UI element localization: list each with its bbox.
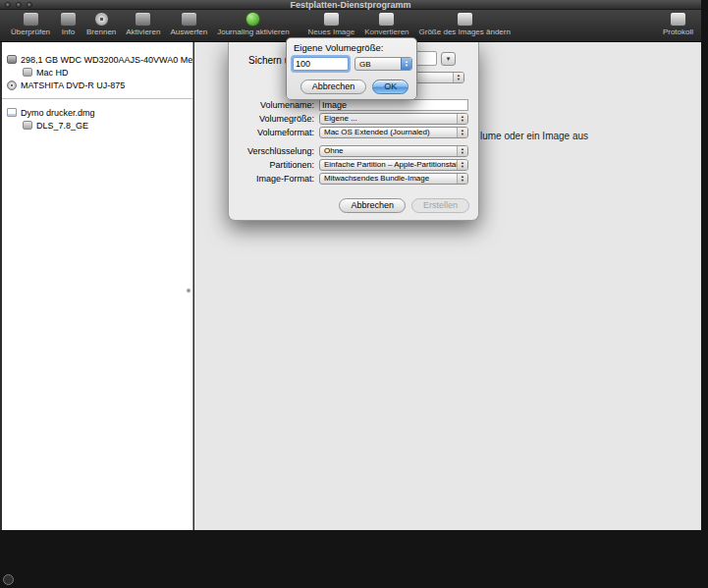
selection-hint-text: lume oder ein Image aus	[480, 131, 588, 141]
sidebar-item-optical-drive[interactable]: MATSHITA DVD-R UJ-875	[2, 79, 192, 91]
size-dialog-title: Eigene Volumegröße:	[294, 42, 383, 53]
convert-icon	[378, 12, 395, 27]
disk-icon	[7, 55, 17, 64]
toolbar-journaling-button[interactable]: Journaling aktivieren	[217, 12, 289, 36]
image-format-popup[interactable]: Mitwachsendes Bundle-Image ▴▾	[319, 173, 468, 185]
toolbar-resize-image-button[interactable]: Größe des Images ändern	[419, 12, 511, 36]
create-button[interactable]: Erstellen	[411, 198, 469, 213]
toolbar-info-button[interactable]: Info	[60, 12, 77, 36]
window-title: Festplatten-Dienstprogramm	[0, 0, 701, 10]
eject-icon	[181, 12, 197, 27]
volume-name-label: Volumename:	[237, 100, 319, 110]
disclosure-triangle-button[interactable]: ▾	[441, 52, 456, 66]
size-unit-popup[interactable]: GB ▴▾	[354, 57, 412, 71]
image-options-form: Volumename: Volumegröße: Eigene ... ▴▾ V…	[237, 98, 472, 186]
volume-size-label: Volumegröße:	[237, 114, 319, 124]
popup-arrows-icon: ▴▾	[457, 174, 467, 184]
sidebar-item-dls-volume[interactable]: DLS_7.8_GE	[2, 119, 192, 132]
volume-icon	[23, 68, 32, 77]
resize-image-icon	[457, 12, 473, 27]
toolbar-convert-button[interactable]: Konvertieren	[364, 12, 408, 36]
custom-size-input[interactable]	[293, 57, 349, 71]
toolbar-new-image-button[interactable]: Neues Image	[308, 12, 355, 36]
sidebar-divider	[2, 98, 192, 99]
corner-circle-icon	[3, 574, 14, 585]
sheet-cancel-button[interactable]: Abbrechen	[339, 198, 406, 213]
partitions-popup[interactable]: Einfache Partition – Apple-Partitionstab…	[319, 159, 468, 171]
popup-arrows-icon: ▴▾	[457, 114, 467, 124]
encryption-label: Verschlüsselung:	[237, 146, 319, 156]
popup-arrows-icon: ▴▾	[457, 146, 467, 156]
log-icon	[670, 12, 686, 27]
burn-icon	[94, 12, 109, 27]
optical-drive-icon	[7, 80, 17, 90]
volume-format-label: Volumeformat:	[237, 128, 319, 137]
toolbar-mount-button[interactable]: Aktivieren	[126, 12, 160, 36]
encryption-popup[interactable]: Ohne ▴▾	[319, 145, 468, 157]
disk-image-icon	[7, 108, 17, 117]
partitions-label: Partitionen:	[237, 160, 319, 170]
size-ok-button[interactable]: OK	[372, 80, 408, 94]
zoom-button[interactable]	[27, 2, 32, 8]
sidebar-item-mac-hd[interactable]: Mac HD	[2, 66, 192, 79]
popup-arrows-icon: ▴▾	[457, 128, 467, 137]
splitter-thumb-icon[interactable]	[187, 289, 191, 293]
volume-icon	[23, 121, 32, 130]
sidebar-item-disk-image[interactable]: Dymo drucker.dmg	[2, 106, 192, 119]
journaling-icon	[245, 12, 260, 27]
new-image-icon	[323, 12, 340, 27]
close-button[interactable]	[5, 2, 11, 8]
volume-format-popup[interactable]: Mac OS Extended (Journaled) ▴▾	[319, 127, 468, 138]
custom-volume-size-dialog: Eigene Volumegröße: GB ▴▾ Abbrechen OK	[286, 37, 417, 100]
popup-arrows-icon: ▴▾	[457, 160, 467, 170]
minimize-button[interactable]	[16, 2, 22, 8]
sidebar-item-disk[interactable]: 298,1 GB WDC WD3200AAJS-40VWA0 Media	[2, 53, 192, 66]
image-format-label: Image-Format:	[237, 174, 319, 184]
volume-size-popup[interactable]: Eigene ... ▴▾	[319, 113, 468, 125]
verify-icon	[23, 12, 39, 27]
stepper-arrows-icon: ▴▾	[401, 58, 411, 70]
volume-name-input[interactable]	[319, 99, 468, 111]
toolbar-verify-button[interactable]: Überprüfen	[11, 12, 50, 36]
toolbar-eject-button[interactable]: Auswerfen	[170, 12, 207, 36]
mount-icon	[135, 12, 151, 27]
info-icon	[60, 12, 77, 27]
toolbar-burn-button[interactable]: Brennen	[86, 12, 116, 36]
device-sidebar: 298,1 GB WDC WD3200AAJS-40VWA0 Media Mac…	[2, 42, 193, 530]
titlebar: Festplatten-Dienstprogramm	[0, 0, 701, 10]
size-cancel-button[interactable]: Abbrechen	[300, 80, 367, 94]
toolbar-log-button[interactable]: Protokoll	[663, 12, 693, 36]
popup-arrows-icon: ▴▾	[453, 73, 463, 82]
